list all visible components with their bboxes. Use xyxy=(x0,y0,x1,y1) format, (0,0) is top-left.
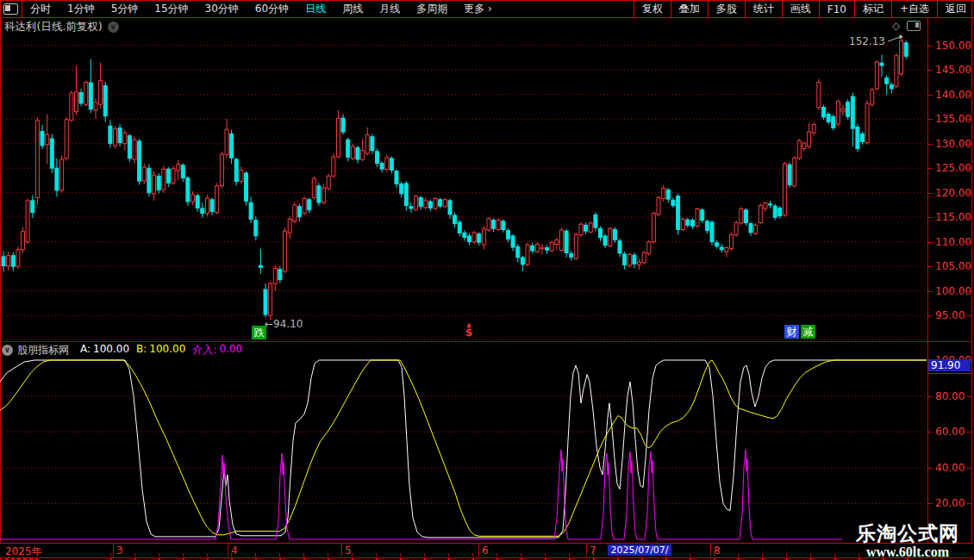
top-toolbar: 分时1分钟5分钟15分钟30分钟60分钟日线周线月线多周期更多 › 复权叠加多股… xyxy=(0,1,974,18)
axis-tick xyxy=(967,468,971,469)
axis-tick xyxy=(967,432,971,432)
period-item[interactable]: 1分钟 xyxy=(67,2,95,16)
axis-tick xyxy=(928,503,933,504)
action-button[interactable]: 复权 xyxy=(634,1,671,18)
window-border-right xyxy=(971,0,972,560)
period-item[interactable]: 日线 xyxy=(305,2,326,16)
dollar-signal-marker: ▲$ xyxy=(463,323,475,338)
axis-tick xyxy=(928,242,933,243)
axis-tick xyxy=(928,396,933,397)
signal-badge: 跌 xyxy=(252,326,266,339)
diamond-icon[interactable]: ◇ xyxy=(892,20,900,32)
axis-tick xyxy=(928,144,933,145)
axis-tick xyxy=(928,70,933,71)
indicator-axis-label: 20.00 xyxy=(935,497,971,509)
axis-tick xyxy=(967,503,971,504)
candlestick-chart[interactable]: 152.13←94.10 xyxy=(0,34,927,341)
indicator-field: 介入:0.00 xyxy=(192,343,242,358)
axis-tick xyxy=(928,119,933,120)
axis-tick xyxy=(967,95,971,96)
axis-tick xyxy=(967,119,971,120)
period-item[interactable]: 30分钟 xyxy=(205,2,239,16)
axis-tick xyxy=(928,168,933,169)
price-axis-label: 115.00 xyxy=(935,211,971,223)
axis-border-line xyxy=(927,18,928,557)
action-button[interactable]: F10 xyxy=(819,1,854,18)
price-axis-label: 135.00 xyxy=(935,113,971,125)
signal-badge: 财 xyxy=(784,325,799,339)
action-button[interactable]: 标记 xyxy=(854,1,891,18)
chart-title-row: 科达利(日线.前复权) ∨ xyxy=(4,20,119,34)
period-item[interactable]: 5分钟 xyxy=(111,2,139,16)
axis-tick xyxy=(967,46,971,47)
date-axis-ticks xyxy=(110,553,927,557)
chart-corner-icons: ◇ xyxy=(892,20,921,32)
axis-tick xyxy=(928,46,933,47)
axis-tick xyxy=(928,315,933,316)
indicator-header: ∨ 股朋指标网 A:100.00B:100.00介入:0.00 xyxy=(2,343,242,357)
indicator-value-badge: 91.90 xyxy=(928,359,971,371)
price-axis-label: 100.00 xyxy=(935,285,971,297)
axis-tick xyxy=(928,193,933,194)
window-layout-icon xyxy=(3,3,18,15)
price-axis-label: 105.00 xyxy=(935,260,971,272)
indicator-axis-label: 40.00 xyxy=(935,462,971,474)
axis-tick xyxy=(928,266,933,267)
watermark-url: www.60lt.com xyxy=(856,544,959,559)
indicator-chart[interactable] xyxy=(0,358,927,542)
action-button[interactable]: +自选 xyxy=(891,1,937,18)
signal-badge: 减 xyxy=(801,325,815,339)
action-button[interactable]: 返回 xyxy=(937,1,974,18)
price-axis-label: 120.00 xyxy=(935,187,971,199)
price-axis-label: 150.00 xyxy=(935,40,971,52)
axis-tick xyxy=(967,217,971,218)
watermark-site-name: 乐淘公式网 xyxy=(856,522,959,544)
axis-tick xyxy=(928,468,933,469)
period-item[interactable]: 月线 xyxy=(379,2,400,16)
axis-tick xyxy=(967,315,971,316)
period-item[interactable]: 分时 xyxy=(30,2,51,16)
axis-tick xyxy=(928,217,933,218)
period-item[interactable]: 周线 xyxy=(342,2,363,16)
indicator-values: A:100.00B:100.00介入:0.00 xyxy=(73,343,242,358)
action-menu: 复权叠加多股统计画线F10标记+自选返回 xyxy=(634,1,974,18)
window-layout-button[interactable] xyxy=(0,1,22,18)
panel-toggle-icon[interactable] xyxy=(907,21,921,31)
axis-tick xyxy=(967,266,971,267)
period-item[interactable]: 15分钟 xyxy=(154,2,188,16)
indicator-badge-underline xyxy=(927,373,972,374)
action-button[interactable]: 叠加 xyxy=(671,1,708,18)
price-axis-label: 110.00 xyxy=(935,236,971,248)
title-collapse-icon[interactable]: ∨ xyxy=(108,22,119,33)
action-button[interactable]: 多股 xyxy=(708,1,745,18)
axis-tick xyxy=(967,242,971,243)
period-item[interactable]: 60分钟 xyxy=(255,2,289,16)
period-item[interactable]: 更多 › xyxy=(464,2,492,16)
indicator-axis-label: 60.00 xyxy=(935,426,971,438)
price-axis-label: 95.00 xyxy=(935,309,971,321)
chart-title: 科达利(日线.前复权) xyxy=(4,20,103,34)
indicator-collapse-icon[interactable]: ∨ xyxy=(2,345,13,356)
action-button[interactable]: 画线 xyxy=(782,1,819,18)
watermark: 乐淘公式网 www.60lt.com xyxy=(856,522,959,559)
price-axis-label: 130.00 xyxy=(935,138,971,150)
price-axis-label: 140.00 xyxy=(935,89,971,101)
indicator-name: 股朋指标网 xyxy=(17,343,69,358)
axis-tick xyxy=(967,396,971,397)
indicator-line-介入 xyxy=(0,450,842,539)
action-button[interactable]: 统计 xyxy=(745,1,782,18)
axis-tick xyxy=(928,95,933,96)
indicator-line-A xyxy=(0,360,927,538)
axis-tick xyxy=(967,70,971,71)
indicator-field: B:100.00 xyxy=(136,343,185,358)
axis-tick xyxy=(928,291,933,292)
price-axis-label: 125.00 xyxy=(935,162,971,174)
low-price-annotation: ←94.10 xyxy=(265,318,303,330)
indicator-axis-label: 80.00 xyxy=(935,390,971,402)
period-item[interactable]: 多周期 xyxy=(416,2,447,16)
selected-date-badge: 2025/07/07/一 xyxy=(608,544,671,556)
axis-tick xyxy=(967,168,971,169)
axis-tick xyxy=(928,432,933,432)
axis-tick xyxy=(967,193,971,194)
axis-tick xyxy=(967,144,971,145)
